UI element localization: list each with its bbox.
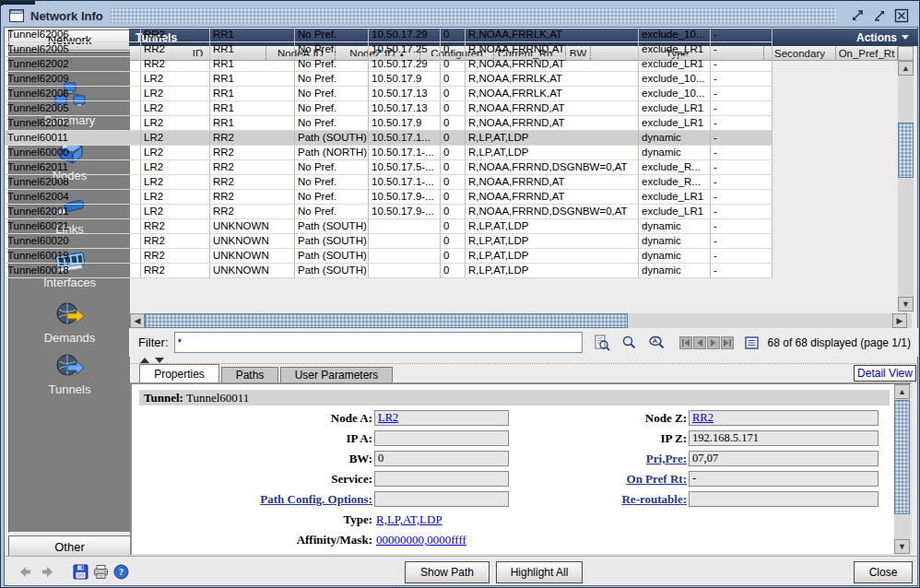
filter-preview-icon[interactable] bbox=[594, 335, 610, 351]
scrollbar-thumb[interactable] bbox=[898, 123, 914, 178]
table-row[interactable]: Tunnel60021RR2UNKNOWNPath (SOUTH)0R,LP,A… bbox=[5, 219, 773, 234]
sidebar-item-tunnels[interactable]: Tunnels bbox=[9, 353, 130, 406]
table-row[interactable]: Tunnel60020RR2UNKNOWNPath (SOUTH)0R,LP,A… bbox=[5, 234, 773, 249]
sidebar-item-demands[interactable]: Demands bbox=[9, 301, 130, 355]
table-cell: RR2 bbox=[210, 146, 295, 160]
table-horizontal-scrollbar[interactable]: ◀ ▶ bbox=[130, 313, 912, 328]
table-row[interactable]: Tunnel62011LR2RR2No Pref.10.50.17.5-...0… bbox=[5, 160, 773, 175]
table-row[interactable]: Tunnel62002LR2RR1No Pref.10.50.17.90R,NO… bbox=[5, 116, 773, 131]
table-cell: R,NOAA,FRRND,AT bbox=[466, 175, 639, 190]
search-icon[interactable] bbox=[621, 335, 637, 350]
property-label[interactable]: Pri,Pre: bbox=[445, 451, 687, 467]
column-header-secondary[interactable]: Secondary bbox=[764, 46, 836, 61]
properties-vertical-scrollbar[interactable]: ▲ ▼ bbox=[894, 384, 910, 554]
show-path-button[interactable]: Show Path bbox=[405, 561, 489, 583]
forward-arrow-icon[interactable] bbox=[40, 564, 55, 580]
highlight-all-button[interactable]: Highlight All bbox=[496, 561, 583, 583]
table-cell: - bbox=[711, 190, 773, 205]
back-arrow-icon[interactable] bbox=[18, 564, 33, 580]
property-value: 07,07 bbox=[692, 452, 718, 465]
scroll-right-button[interactable]: ▶ bbox=[892, 313, 907, 328]
property-value: 192.168.5.171 bbox=[692, 431, 759, 444]
table-cell: - bbox=[711, 72, 773, 87]
scroll-left-button[interactable]: ◀ bbox=[130, 313, 145, 328]
collapse-up-icon[interactable] bbox=[140, 358, 149, 363]
table-cell: 0 bbox=[441, 42, 466, 57]
title-bar[interactable]: Network Info bbox=[3, 5, 917, 27]
last-page-button[interactable] bbox=[721, 336, 734, 349]
property-label[interactable]: Path Config. Options: bbox=[141, 491, 372, 508]
table-row[interactable]: Tunnel62002RR2RR1No Pref.10.50.17.290R,N… bbox=[5, 57, 773, 72]
property-value-link[interactable]: 00000000,0000ffff bbox=[376, 532, 466, 547]
property-label[interactable]: Re-routable: bbox=[445, 491, 687, 508]
table-row[interactable]: Tunnel62004LR2RR2No Pref.10.50.17.9-...0… bbox=[5, 190, 773, 205]
table-cell: LR2 bbox=[141, 116, 210, 131]
table-row[interactable]: Tunnel62001LR2RR2No Pref.10.50.17.9-...0… bbox=[5, 205, 773, 219]
actions-menu-button[interactable]: Actions bbox=[856, 31, 909, 44]
search-options-icon[interactable] bbox=[648, 335, 666, 350]
table-cell: - bbox=[711, 28, 773, 42]
table-row[interactable]: Tunnel62006LR2RR1No Pref.10.50.17.130R,N… bbox=[5, 87, 773, 101]
window-title: Network Info bbox=[30, 9, 103, 23]
table-row[interactable]: Tunnel60000LR2RR2Path (NORTH)10.50.17.1-… bbox=[5, 146, 773, 160]
table-cell: 10.50.17.25 bbox=[369, 42, 441, 57]
table-vertical-scrollbar[interactable]: ▲ ▼ bbox=[898, 61, 914, 312]
table-cell: 10.50.17.13 bbox=[369, 87, 441, 101]
detail-view-button[interactable]: Detail View bbox=[854, 365, 916, 382]
property-label[interactable]: On Pref Rt: bbox=[445, 471, 687, 488]
close-button[interactable]: Close bbox=[854, 561, 913, 583]
property-value-link[interactable]: R,LP,AT,LDP bbox=[376, 512, 442, 527]
help-icon[interactable]: ? bbox=[113, 564, 129, 580]
table-row[interactable]: Tunnel60019RR2UNKNOWNPath (SOUTH)0R,LP,A… bbox=[5, 249, 773, 264]
prev-page-button[interactable] bbox=[693, 336, 706, 349]
table-row[interactable]: Tunnel60011LR2RR2Path (SOUTH)10.50.17.1.… bbox=[5, 131, 773, 146]
split-pane-divider[interactable] bbox=[129, 357, 918, 364]
table-row[interactable]: Tunnel62005LR2RR1No Pref.10.50.17.130R,N… bbox=[5, 101, 773, 116]
property-value[interactable]: LR2 bbox=[378, 411, 398, 424]
table-cell: Tunnel62011 bbox=[5, 160, 141, 175]
table-cell: No Pref. bbox=[295, 57, 369, 72]
table-cell: R,NOAA,FRRND,AT bbox=[466, 116, 639, 131]
tunnels-table[interactable]: Tunnel62006RR2RR1No Pref.10.50.17.290R,N… bbox=[5, 28, 773, 278]
table-cell: 0 bbox=[441, 28, 466, 42]
table-cell: - bbox=[711, 116, 773, 131]
collapse-down-icon[interactable] bbox=[155, 358, 164, 363]
table-cell: Path (SOUTH) bbox=[295, 264, 369, 278]
property-value: - bbox=[692, 472, 696, 485]
scroll-up-button[interactable]: ▲ bbox=[894, 384, 910, 399]
save-icon[interactable] bbox=[73, 564, 88, 580]
table-cell: LR2 bbox=[141, 72, 210, 87]
scrollbar-thumb[interactable] bbox=[145, 313, 628, 328]
table-row[interactable]: Tunnel62009LR2RR1No Pref.10.50.17.90R,NO… bbox=[5, 72, 773, 87]
scrollbar-thumb[interactable] bbox=[894, 400, 910, 514]
property-value[interactable]: RR2 bbox=[692, 411, 714, 424]
tab-paths[interactable]: Paths bbox=[221, 367, 278, 382]
first-page-button[interactable] bbox=[679, 336, 692, 349]
table-row[interactable]: Tunnel62005RR2RR1No Pref.10.50.17.250R,N… bbox=[5, 42, 773, 57]
scroll-down-button[interactable]: ▼ bbox=[894, 539, 910, 554]
table-cell: RR1 bbox=[210, 72, 295, 87]
table-cell: UNKNOWN bbox=[210, 234, 295, 249]
scroll-up-button[interactable]: ▲ bbox=[898, 61, 914, 76]
page-list-icon[interactable] bbox=[745, 336, 759, 349]
column-header-on-pref-rt[interactable]: On_Pref_Rt bbox=[836, 46, 898, 61]
property-field: 192.168.5.171 bbox=[689, 430, 879, 446]
scroll-down-button[interactable]: ▼ bbox=[898, 297, 914, 312]
table-cell: No Pref. bbox=[295, 190, 369, 205]
iconify-icon[interactable] bbox=[849, 7, 866, 24]
table-cell: 0 bbox=[441, 116, 466, 131]
scrollbar-track[interactable] bbox=[898, 61, 914, 312]
filter-input[interactable] bbox=[174, 332, 583, 353]
print-icon[interactable] bbox=[93, 564, 109, 580]
next-page-button[interactable] bbox=[707, 336, 720, 349]
property-label: Node Z: bbox=[445, 410, 687, 427]
tab-properties[interactable]: Properties bbox=[139, 364, 219, 382]
titlebar-texture bbox=[111, 8, 836, 23]
tab-user-parameters[interactable]: User Parameters bbox=[280, 367, 393, 382]
table-row[interactable]: Tunnel62008LR2RR2No Pref.10.50.17.1-...0… bbox=[5, 175, 773, 190]
table-row[interactable]: Tunnel62006RR2RR1No Pref.10.50.17.290R,N… bbox=[5, 28, 773, 42]
close-icon[interactable] bbox=[893, 7, 910, 24]
table-cell: exclude_LR1 bbox=[639, 101, 711, 116]
maximize-icon[interactable] bbox=[871, 7, 888, 24]
table-row[interactable]: Tunnel60018RR2UNKNOWNPath (SOUTH)0R,LP,A… bbox=[5, 264, 773, 278]
